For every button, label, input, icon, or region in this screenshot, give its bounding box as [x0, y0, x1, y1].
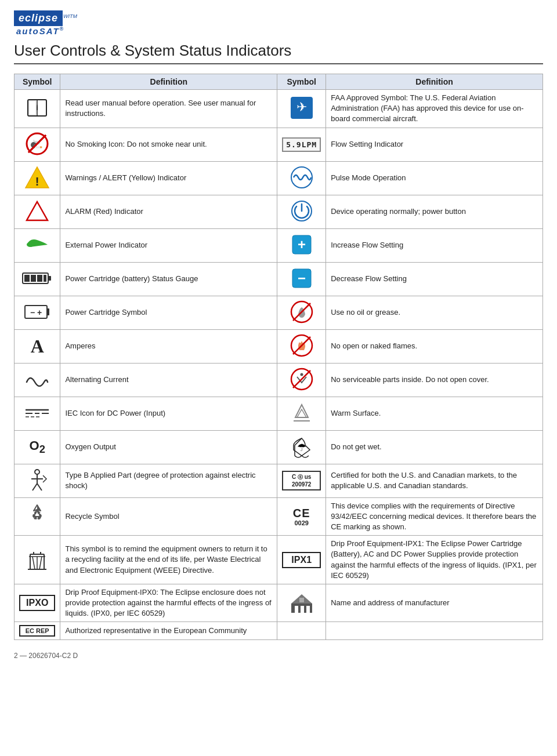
- def-nosmoking: No Smoking Icon: Do not smoke near unit.: [60, 128, 277, 161]
- power-button-icon: [289, 198, 314, 224]
- airplane-icon: ✈: [289, 95, 314, 121]
- ec-rep-display: EC REP: [19, 625, 55, 637]
- def-empty-1: [326, 622, 543, 640]
- symbol-increase-flow: +: [277, 228, 326, 262]
- symbol-manufacturer: [277, 584, 326, 622]
- table-row: Type B Applied Part (degree of protectio…: [15, 464, 543, 497]
- person-shock-icon: [24, 467, 50, 493]
- symbol-decrease-flow: −: [277, 262, 326, 296]
- def-ipx0: Drip Proof Equipment-IPX0: The Eclipse e…: [60, 584, 277, 622]
- def-no-serviceable: No serviceable parts inside. Do not open…: [326, 363, 543, 397]
- def-warm-surface: Warm Surface.: [326, 397, 543, 430]
- symbol-battery-symbol: − +: [15, 296, 60, 329]
- svg-rect-20: [24, 275, 30, 282]
- table-row: This symbol is to remind the equipment o…: [15, 536, 543, 584]
- svg-rect-2: [29, 101, 36, 115]
- def-pulse-mode: Pulse Mode Operation: [326, 161, 543, 195]
- no-wet-icon: ☂: [289, 434, 314, 459]
- svg-line-33: [293, 337, 310, 354]
- svg-marker-13: [27, 202, 48, 220]
- def-weee: This symbol is to remind the equipment o…: [60, 536, 277, 584]
- symbol-alarm: [15, 195, 60, 228]
- dc-symbol-icon: [24, 405, 50, 420]
- symbol-airplane: ✈: [277, 90, 326, 128]
- symbol-ac: [15, 363, 60, 397]
- symbol-flow-indicator: 5.9LPM: [277, 128, 326, 161]
- manufacturer-icon: [289, 590, 314, 615]
- def-power-button: Device operating normally; power button: [326, 195, 543, 228]
- symbol-dc: [15, 397, 60, 430]
- symbol-power-button: [277, 195, 326, 228]
- symbol-ec-rep: EC REP: [15, 622, 60, 640]
- table-row: O2 Oxygen Output ☂ Do not get wet.: [15, 430, 543, 464]
- svg-text:♻: ♻: [31, 508, 43, 523]
- def-alarm: ALARM (Red) Indicator: [60, 195, 277, 228]
- def-airplane: FAA Approved Symbol: The U.S. Federal Av…: [326, 90, 543, 128]
- def-ce-mark: This device complies with the requiremen…: [326, 497, 543, 536]
- col-header-def-right: Definition: [326, 74, 543, 90]
- def-battery-gauge: Power Cartridge (battery) Status Gauge: [60, 262, 277, 296]
- def-no-oil: Use no oil or grease.: [326, 296, 543, 329]
- svg-rect-63: [301, 606, 304, 613]
- alarm-icon: [24, 198, 50, 224]
- svg-line-53: [37, 484, 42, 490]
- no-serviceable-icon: [289, 366, 314, 392]
- def-warning: Warnings / ALERT (Yellow) Indicator: [60, 161, 277, 195]
- external-power-icon: [24, 232, 50, 257]
- svg-rect-64: [306, 606, 310, 613]
- no-oil-icon: [289, 299, 314, 325]
- def-ac: Alternating Current: [60, 363, 277, 397]
- table-row: Alternating Current No serviceable parts…: [15, 363, 543, 397]
- def-manual: Read user manual before operation. See u…: [60, 90, 277, 128]
- def-person-shock: Type B Applied Part (degree of protectio…: [60, 464, 277, 497]
- warning-icon: !: [24, 165, 50, 190]
- symbol-o2: O2: [15, 430, 60, 464]
- ampere-letter: A: [31, 336, 44, 357]
- symbol-no-wet: ☂: [277, 430, 326, 464]
- svg-text:☂: ☂: [297, 442, 306, 453]
- pulse-mode-icon: [289, 165, 314, 190]
- svg-line-52: [32, 484, 37, 490]
- def-decrease-flow: Decrease Flow Setting: [326, 262, 543, 296]
- battery-symbol-icon: − +: [24, 303, 50, 321]
- def-no-wet: Do not get wet.: [326, 430, 543, 464]
- def-ampere: Amperes: [60, 329, 277, 363]
- logo-subtitle: autoSAT®: [16, 26, 64, 36]
- def-flow-indicator: Flow Setting Indicator: [326, 128, 543, 161]
- svg-rect-23: [44, 275, 46, 282]
- footer: 2 — 20626704-C2 D: [14, 652, 543, 660]
- no-smoking-icon: 🚬: [24, 131, 50, 157]
- no-flames-icon: [289, 333, 314, 358]
- col-header-symbol-left: Symbol: [15, 74, 60, 90]
- table-row: ALARM (Red) Indicator Device operating n…: [15, 195, 543, 228]
- def-increase-flow: Increase Flow Setting: [326, 228, 543, 262]
- symbol-cb-certified: C ⓢ us 200972: [277, 464, 326, 497]
- svg-rect-62: [295, 606, 298, 613]
- symbol-manual: i: [15, 90, 60, 128]
- def-recycle: Recycle Symbol: [60, 497, 277, 536]
- def-ec-rep: Authorized representative in the Europea…: [60, 622, 277, 640]
- svg-rect-19: [48, 276, 51, 281]
- col-header-symbol-right: Symbol: [277, 74, 326, 90]
- svg-rect-21: [31, 275, 36, 282]
- symbol-person-shock: [15, 464, 60, 497]
- cb-certified-display: C ⓢ us 200972: [282, 471, 321, 491]
- svg-text:−: −: [298, 270, 306, 286]
- symbol-warm-surface: [277, 397, 326, 430]
- def-ext-power: External Power Indicator: [60, 228, 277, 262]
- svg-point-35: [300, 373, 303, 376]
- svg-line-56: [32, 557, 35, 569]
- table-row: − + Power Cartridge Symbol Use no oil or…: [15, 296, 543, 329]
- def-ipx1: Drip Proof Equipment-IPX1: The Eclipse P…: [326, 536, 543, 584]
- ce-mark-display: CE 0029: [282, 507, 321, 526]
- symbol-warning: !: [15, 161, 60, 195]
- def-dc: IEC Icon for DC Power (Input): [60, 397, 277, 430]
- svg-text:−: −: [30, 308, 35, 317]
- svg-rect-27: [47, 308, 49, 315]
- table-row: IPXO Drip Proof Equipment-IPX0: The Ecli…: [15, 584, 543, 622]
- col-header-def-left: Definition: [60, 74, 277, 90]
- svg-text:!: !: [35, 175, 39, 188]
- increase-flow-icon: +: [289, 232, 314, 257]
- symbol-pulse-mode: [277, 161, 326, 195]
- symbol-no-flames: [277, 329, 326, 363]
